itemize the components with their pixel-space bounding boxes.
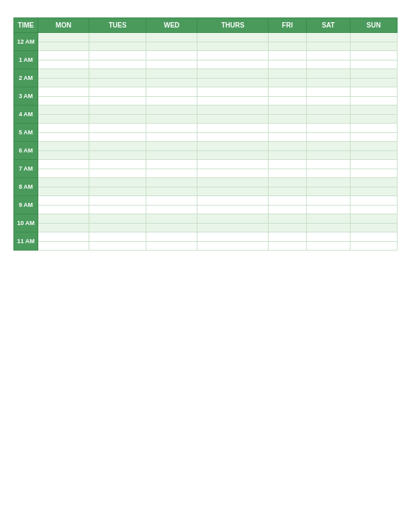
schedule-cell[interactable] [306, 42, 350, 51]
schedule-cell[interactable] [146, 160, 197, 169]
schedule-cell[interactable] [269, 51, 307, 60]
schedule-cell[interactable] [350, 187, 397, 196]
schedule-cell[interactable] [89, 42, 146, 51]
schedule-cell[interactable] [269, 115, 307, 124]
schedule-cell[interactable] [269, 87, 307, 97]
schedule-cell[interactable] [38, 151, 89, 160]
schedule-cell[interactable] [197, 79, 269, 87]
schedule-cell[interactable] [146, 97, 197, 105]
schedule-cell[interactable] [350, 97, 397, 105]
schedule-cell[interactable] [269, 206, 307, 214]
schedule-cell[interactable] [146, 142, 197, 151]
schedule-cell[interactable] [306, 206, 350, 214]
schedule-cell[interactable] [306, 60, 350, 69]
schedule-cell[interactable] [146, 187, 197, 196]
schedule-cell[interactable] [197, 142, 269, 151]
schedule-cell[interactable] [38, 33, 89, 42]
schedule-cell[interactable] [197, 232, 269, 242]
schedule-cell[interactable] [269, 97, 307, 105]
schedule-cell[interactable] [89, 97, 146, 105]
schedule-cell[interactable] [269, 33, 307, 42]
schedule-cell[interactable] [306, 214, 350, 224]
schedule-cell[interactable] [146, 79, 197, 87]
schedule-cell[interactable] [38, 242, 89, 251]
schedule-cell[interactable] [89, 87, 146, 97]
schedule-cell[interactable] [197, 105, 269, 115]
schedule-cell[interactable] [350, 196, 397, 206]
schedule-cell[interactable] [269, 178, 307, 187]
schedule-cell[interactable] [350, 51, 397, 60]
schedule-cell[interactable] [146, 224, 197, 232]
schedule-cell[interactable] [350, 169, 397, 178]
schedule-cell[interactable] [269, 42, 307, 51]
schedule-cell[interactable] [146, 196, 197, 206]
schedule-cell[interactable] [269, 105, 307, 115]
schedule-cell[interactable] [89, 105, 146, 115]
schedule-cell[interactable] [38, 87, 89, 97]
schedule-cell[interactable] [269, 187, 307, 196]
schedule-cell[interactable] [197, 169, 269, 178]
schedule-cell[interactable] [306, 87, 350, 97]
schedule-cell[interactable] [306, 196, 350, 206]
schedule-cell[interactable] [38, 51, 89, 60]
schedule-cell[interactable] [89, 196, 146, 206]
schedule-cell[interactable] [146, 232, 197, 242]
schedule-cell[interactable] [197, 115, 269, 124]
schedule-cell[interactable] [350, 214, 397, 224]
schedule-cell[interactable] [350, 206, 397, 214]
schedule-cell[interactable] [38, 42, 89, 51]
schedule-cell[interactable] [197, 214, 269, 224]
schedule-cell[interactable] [89, 169, 146, 178]
schedule-cell[interactable] [89, 232, 146, 242]
schedule-cell[interactable] [38, 133, 89, 142]
schedule-cell[interactable] [146, 178, 197, 187]
schedule-cell[interactable] [269, 232, 307, 242]
schedule-cell[interactable] [197, 42, 269, 51]
schedule-cell[interactable] [306, 115, 350, 124]
schedule-cell[interactable] [197, 242, 269, 251]
schedule-cell[interactable] [146, 87, 197, 97]
schedule-cell[interactable] [197, 33, 269, 42]
schedule-cell[interactable] [350, 224, 397, 232]
schedule-cell[interactable] [350, 178, 397, 187]
schedule-cell[interactable] [146, 169, 197, 178]
schedule-cell[interactable] [306, 232, 350, 242]
schedule-cell[interactable] [269, 214, 307, 224]
schedule-cell[interactable] [146, 206, 197, 214]
schedule-cell[interactable] [146, 124, 197, 133]
schedule-cell[interactable] [350, 142, 397, 151]
schedule-cell[interactable] [269, 169, 307, 178]
schedule-cell[interactable] [197, 151, 269, 160]
schedule-cell[interactable] [89, 151, 146, 160]
schedule-cell[interactable] [269, 79, 307, 87]
schedule-cell[interactable] [38, 97, 89, 105]
schedule-cell[interactable] [197, 69, 269, 79]
schedule-cell[interactable] [38, 60, 89, 69]
schedule-cell[interactable] [269, 124, 307, 133]
schedule-cell[interactable] [38, 232, 89, 242]
schedule-cell[interactable] [306, 169, 350, 178]
schedule-cell[interactable] [306, 79, 350, 87]
schedule-cell[interactable] [89, 133, 146, 142]
schedule-cell[interactable] [146, 115, 197, 124]
schedule-cell[interactable] [89, 69, 146, 79]
schedule-cell[interactable] [350, 105, 397, 115]
schedule-cell[interactable] [197, 124, 269, 133]
schedule-cell[interactable] [89, 206, 146, 214]
schedule-cell[interactable] [306, 69, 350, 79]
schedule-cell[interactable] [197, 187, 269, 196]
schedule-cell[interactable] [306, 51, 350, 60]
schedule-cell[interactable] [38, 187, 89, 196]
schedule-cell[interactable] [146, 105, 197, 115]
schedule-cell[interactable] [197, 196, 269, 206]
schedule-cell[interactable] [306, 33, 350, 42]
schedule-cell[interactable] [269, 60, 307, 69]
schedule-cell[interactable] [146, 33, 197, 42]
schedule-cell[interactable] [89, 115, 146, 124]
schedule-cell[interactable] [197, 206, 269, 214]
schedule-cell[interactable] [89, 187, 146, 196]
schedule-cell[interactable] [146, 42, 197, 51]
schedule-cell[interactable] [38, 169, 89, 178]
schedule-cell[interactable] [269, 142, 307, 151]
schedule-cell[interactable] [306, 142, 350, 151]
